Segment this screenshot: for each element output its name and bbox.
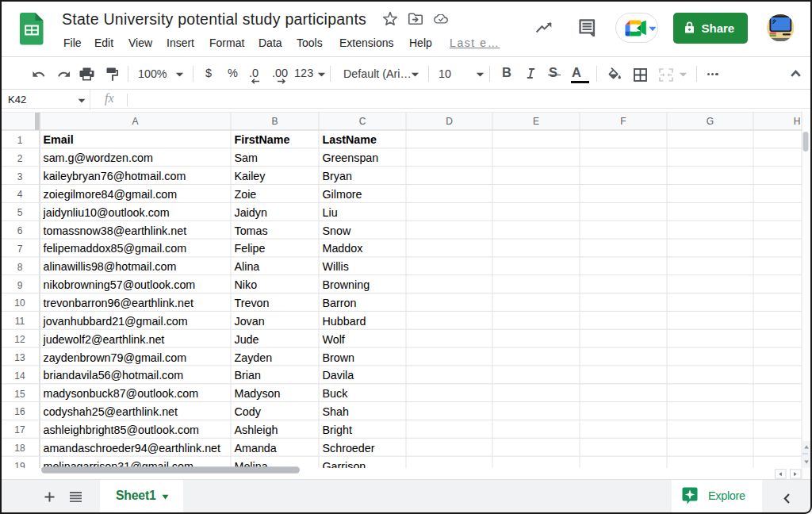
svg-text:15: 15: [14, 389, 25, 400]
svg-text:Jovan: Jovan: [235, 315, 265, 328]
svg-text:alinawillis98@hotmail.com: alinawillis98@hotmail.com: [44, 260, 177, 273]
svg-text:madysonbuck87@outlook.com: madysonbuck87@outlook.com: [44, 387, 199, 400]
svg-text:B: B: [271, 116, 278, 127]
svg-text:G: G: [707, 116, 714, 127]
svg-text:H: H: [794, 116, 801, 127]
svg-text:D: D: [446, 116, 453, 127]
svg-text:Wolf: Wolf: [323, 333, 345, 346]
svg-text:3: 3: [17, 171, 23, 182]
svg-text:zaydenbrown79@gmail.com: zaydenbrown79@gmail.com: [44, 351, 187, 364]
svg-text:jaidynliu10@outlook.com: jaidynliu10@outlook.com: [43, 206, 170, 219]
svg-text:E: E: [533, 116, 539, 127]
svg-text:FirstName: FirstName: [235, 133, 290, 146]
svg-text:tomassnow38@earthlink.net: tomassnow38@earthlink.net: [44, 224, 187, 237]
svg-text:amandaschroeder94@earthlink.ne: amandaschroeder94@earthlink.net: [44, 442, 221, 455]
svg-text:7: 7: [17, 244, 23, 255]
svg-text:nikobrowning57@outlook.com: nikobrowning57@outlook.com: [44, 278, 196, 291]
svg-text:Maddox: Maddox: [323, 242, 363, 255]
svg-text:F: F: [620, 116, 626, 127]
svg-text:11: 11: [15, 316, 25, 327]
svg-text:Brian: Brian: [235, 369, 261, 382]
svg-text:Brown: Brown: [323, 351, 355, 364]
svg-text:Barron: Barron: [323, 297, 357, 309]
svg-text:Greenspan: Greenspan: [323, 152, 379, 164]
svg-text:ashleighbright85@outlook.com: ashleighbright85@outlook.com: [44, 424, 200, 436]
svg-text:Kailey: Kailey: [235, 170, 266, 182]
svg-text:A: A: [132, 116, 138, 127]
svg-text:4: 4: [17, 189, 23, 200]
svg-text:6: 6: [17, 225, 23, 236]
svg-text:8: 8: [17, 262, 23, 273]
svg-text:Ashleigh: Ashleigh: [235, 424, 278, 436]
svg-text:Zayden: Zayden: [235, 351, 273, 364]
svg-text:1: 1: [17, 135, 23, 146]
svg-text:Jude: Jude: [235, 333, 259, 346]
svg-text:Hubbard: Hubbard: [323, 315, 366, 328]
svg-text:Tomas: Tomas: [235, 224, 268, 237]
svg-text:briandavila56@hotmail.com: briandavila56@hotmail.com: [44, 369, 184, 382]
svg-text:Liu: Liu: [323, 206, 338, 219]
svg-text:17: 17: [14, 424, 25, 435]
svg-text:14: 14: [14, 370, 25, 382]
svg-text:Bright: Bright: [323, 424, 352, 436]
svg-text:Bryan: Bryan: [323, 170, 352, 182]
svg-text:trevonbarron96@earthlink.net: trevonbarron96@earthlink.net: [44, 297, 193, 309]
svg-text:codyshah25@earthlink.net: codyshah25@earthlink.net: [44, 405, 178, 418]
svg-text:10: 10: [14, 297, 25, 309]
svg-text:Schroeder: Schroeder: [323, 442, 375, 455]
svg-text:C: C: [359, 116, 366, 127]
svg-text:Jaidyn: Jaidyn: [235, 206, 267, 219]
svg-text:18: 18: [14, 443, 25, 454]
svg-text:Cody: Cody: [235, 405, 262, 418]
svg-text:Willis: Willis: [323, 260, 349, 273]
svg-text:Madyson: Madyson: [235, 387, 281, 400]
svg-text:Shah: Shah: [323, 405, 349, 418]
svg-text:Niko: Niko: [235, 278, 258, 291]
svg-text:13: 13: [14, 352, 25, 363]
svg-text:Felipe: Felipe: [235, 242, 266, 255]
svg-text:Trevon: Trevon: [235, 297, 270, 309]
svg-text:Buck: Buck: [323, 387, 349, 400]
svg-text:kaileybryan76@hotmail.com: kaileybryan76@hotmail.com: [44, 170, 186, 182]
svg-text:5: 5: [17, 207, 23, 218]
svg-text:Browning: Browning: [323, 278, 370, 291]
svg-text:zoiegilmore84@gmail.com: zoiegilmore84@gmail.com: [44, 188, 178, 201]
svg-text:Alina: Alina: [235, 260, 260, 273]
svg-text:Zoie: Zoie: [235, 188, 257, 201]
svg-text:Amanda: Amanda: [235, 442, 277, 455]
svg-text:jovanhubbard21@gmail.com: jovanhubbard21@gmail.com: [43, 315, 188, 328]
svg-text:judewolf2@earthlink.net: judewolf2@earthlink.net: [43, 333, 165, 346]
svg-text:LastName: LastName: [323, 133, 377, 146]
svg-text:Email: Email: [44, 133, 74, 146]
svg-text:sam.g@wordzen.com: sam.g@wordzen.com: [44, 152, 153, 164]
svg-text:12: 12: [14, 334, 25, 345]
svg-text:Snow: Snow: [323, 224, 351, 237]
svg-text:felipemaddox85@gmail.com: felipemaddox85@gmail.com: [44, 242, 187, 255]
svg-text:Gilmore: Gilmore: [323, 188, 362, 201]
svg-text:16: 16: [14, 406, 25, 417]
svg-text:Sam: Sam: [235, 152, 258, 164]
svg-text:Davila: Davila: [323, 369, 354, 382]
svg-text:2: 2: [17, 153, 23, 164]
svg-text:9: 9: [17, 280, 23, 291]
